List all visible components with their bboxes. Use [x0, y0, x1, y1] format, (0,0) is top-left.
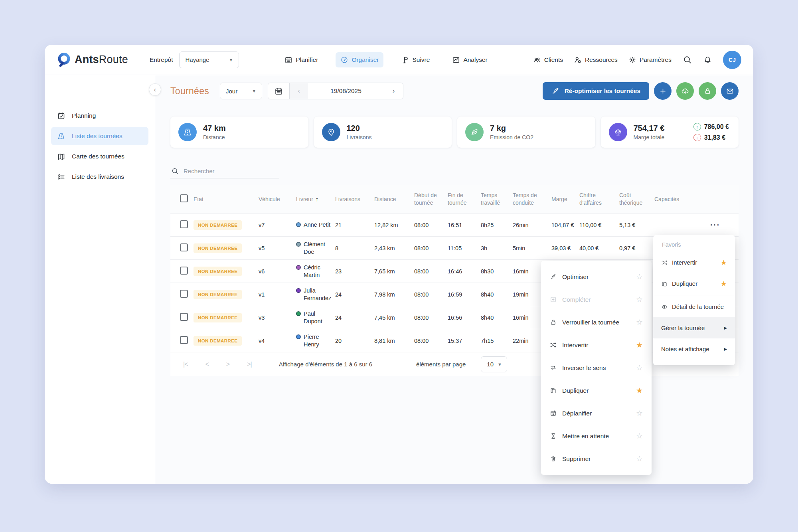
reoptimize-button[interactable]: Ré-optimiser les tournées [543, 82, 649, 100]
temps-travaille: 3h [481, 245, 513, 251]
calendar-picker-button[interactable] [268, 83, 290, 99]
marge: 39,03 € [551, 245, 579, 251]
favorite-star-icon[interactable]: ★ [721, 279, 727, 288]
mail-button[interactable] [721, 82, 739, 100]
map-pin-icon [322, 123, 340, 141]
menu-item-inverser[interactable]: Inverser le sens ☆ [541, 356, 652, 379]
ctx-item-notes[interactable]: Notes et affichage ▶ [653, 338, 735, 360]
favorite-star-icon[interactable]: ★ [636, 386, 643, 395]
warehouse-select[interactable]: Hayange ▼ [179, 51, 239, 68]
menu-item-attente[interactable]: Mettre en attente ☆ [541, 425, 652, 447]
nav-clients[interactable]: Clients [533, 56, 563, 64]
temps-conduite: 26min [513, 222, 551, 228]
nav-suivre[interactable]: Suivre [396, 52, 435, 67]
col-fin[interactable]: Fin de tournée [448, 192, 481, 207]
clients-icon [533, 56, 541, 64]
livraisons: 20 [335, 338, 374, 344]
menu-item-dupliquer[interactable]: Dupliquer ★ [541, 379, 652, 402]
menu-item-intervertir[interactable]: Intervertir ★ [541, 334, 652, 356]
ctx-item-dupliquer[interactable]: Dupliquer ★ [653, 273, 735, 294]
col-distance[interactable]: Distance [374, 196, 414, 203]
nav-ressources[interactable]: Ressources [574, 56, 618, 64]
col-etat[interactable]: Etat [194, 196, 259, 203]
favorite-star-icon[interactable]: ☆ [636, 363, 643, 372]
favorite-star-icon[interactable]: ☆ [636, 318, 643, 327]
favorite-star-icon[interactable]: ☆ [636, 431, 643, 441]
warehouse-group: Entrepôt Hayange ▼ [150, 51, 239, 68]
favorite-star-icon[interactable]: ★ [636, 340, 643, 350]
col-vehicule[interactable]: Véhicule [259, 196, 296, 203]
calendar-icon [284, 56, 292, 64]
table-row[interactable]: NON DEMARREE v7 Anne Petit 21 12,82 km 0… [170, 213, 739, 236]
stat-label: Emission de CO2 [490, 134, 533, 140]
avatar[interactable]: CJ [723, 51, 741, 69]
col-capacites[interactable]: Capacités [654, 196, 710, 203]
ctx-item-detail[interactable]: Détail de la tournée [653, 296, 735, 317]
sidebar-item-liste-tournees[interactable]: Liste des tournées [51, 127, 148, 145]
livraisons: 24 [335, 291, 374, 298]
debut: 08:00 [414, 338, 448, 344]
current-date[interactable]: 19/08/2025 [308, 83, 384, 99]
shuffle-icon [661, 259, 668, 266]
first-page-button[interactable]: |< [183, 361, 188, 368]
per-page-label: éléments par page [416, 361, 466, 368]
menu-item-optimiser[interactable]: Optimiser ☆ [541, 265, 652, 288]
col-livraisons[interactable]: Livraisons [335, 196, 374, 203]
sidebar-collapse-button[interactable]: ‹ [149, 83, 161, 96]
select-all-checkbox[interactable] [180, 194, 188, 202]
col-temps-conduite[interactable]: Temps de conduite [513, 192, 551, 207]
next-day-button[interactable]: › [384, 83, 403, 99]
vehicule: v4 [259, 338, 296, 344]
col-cout[interactable]: Coût théorique [619, 192, 654, 207]
next-page-button[interactable]: > [226, 361, 229, 368]
lock-button[interactable] [699, 82, 716, 100]
col-debut[interactable]: Début de tournée [414, 192, 448, 207]
menu-item-verrouiller[interactable]: Verrouiller la tournée ☆ [541, 311, 652, 334]
favorite-star-icon[interactable]: ☆ [636, 409, 643, 418]
status-badge: NON DEMARREE [194, 267, 242, 276]
trash-icon [550, 455, 557, 462]
sidebar-item-liste-livraisons[interactable]: Liste des livraisons [51, 168, 148, 186]
cloud-import-button[interactable] [676, 82, 694, 100]
menu-item-completer[interactable]: Compléter ☆ [541, 288, 652, 311]
add-button[interactable] [654, 82, 672, 100]
sidebar-item-carte-tournees[interactable]: Carte des tournées [51, 147, 148, 166]
col-temps-travaille[interactable]: Temps travaillé [481, 192, 513, 207]
row-actions-button[interactable]: ··· [710, 221, 739, 229]
prev-page-button[interactable]: < [205, 361, 209, 368]
menu-item-supprimer[interactable]: Supprimer ☆ [541, 447, 652, 470]
row-checkbox[interactable] [180, 243, 188, 251]
menu-item-deplanifier[interactable]: Déplanifier ☆ [541, 402, 652, 425]
per-page-select[interactable]: 10 ▼ [481, 356, 507, 372]
status-badge: NON DEMARREE [194, 220, 242, 230]
favorite-star-icon[interactable]: ★ [721, 258, 727, 267]
col-livreur[interactable]: Livreur↑ [296, 195, 335, 203]
row-checkbox[interactable] [180, 267, 188, 275]
col-ca[interactable]: Chiffre d'affaires [579, 192, 619, 207]
nav-parametres[interactable]: Paramètres [628, 56, 672, 64]
row-checkbox[interactable] [180, 220, 188, 228]
copy-icon [661, 281, 668, 287]
prev-day-button[interactable]: ‹ [290, 83, 308, 99]
col-marge[interactable]: Marge [551, 196, 579, 203]
brand-logo[interactable]: AntsRoute [57, 52, 128, 68]
period-select[interactable]: Jour ▼ [220, 83, 262, 99]
last-page-button[interactable]: >| [247, 361, 252, 368]
nav-planifier[interactable]: Planifier [280, 52, 323, 67]
calendar-x-icon [550, 410, 557, 417]
search-input[interactable] [170, 164, 279, 178]
pagination-info: Affichage d'éléments de 1 à 6 sur 6 [279, 361, 372, 368]
search-icon[interactable] [682, 55, 692, 65]
ctx-item-gerer[interactable]: Gérer la tournée ▶ [653, 317, 735, 338]
nav-organiser[interactable]: Organiser [336, 52, 383, 67]
favorite-star-icon[interactable]: ☆ [636, 295, 643, 304]
favorite-star-icon[interactable]: ☆ [636, 272, 643, 281]
row-checkbox[interactable] [180, 336, 188, 344]
row-checkbox[interactable] [180, 290, 188, 298]
row-checkbox[interactable] [180, 313, 188, 321]
bell-icon[interactable] [703, 55, 712, 65]
ctx-item-intervertir[interactable]: Intervertir ★ [653, 252, 735, 273]
favorite-star-icon[interactable]: ☆ [636, 454, 643, 463]
nav-analyser[interactable]: Analyser [447, 52, 492, 67]
sidebar-item-planning[interactable]: Planning [51, 107, 148, 125]
